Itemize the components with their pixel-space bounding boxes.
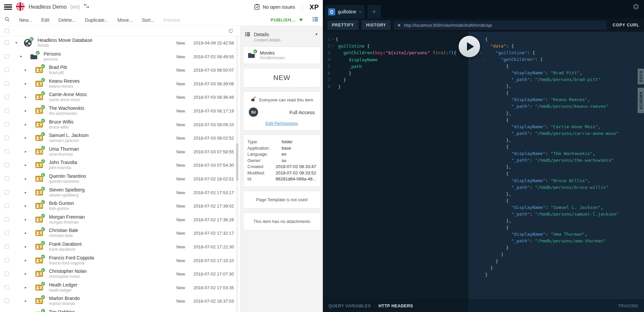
publish-dropdown-icon[interactable]: [299, 19, 303, 21]
tracing-tab[interactable]: TRACING: [618, 304, 638, 308]
row-checkbox[interactable]: [5, 176, 9, 181]
row-checkbox[interactable]: [5, 190, 9, 194]
details-collapse-icon[interactable]: ▼: [315, 32, 318, 36]
toolbar-item-edit[interactable]: Edit: [41, 17, 49, 23]
execute-query-button[interactable]: [459, 36, 480, 57]
toolbar-item-duplicate[interactable]: Duplicate...: [85, 17, 108, 23]
expand-arrow-icon[interactable]: ▸: [25, 231, 26, 235]
expand-arrow-icon[interactable]: ▸: [25, 177, 26, 181]
toolbar-item-delete[interactable]: Delete...: [58, 17, 76, 23]
tree-row[interactable]: ▸Morgan Freemanmorgan-freemanNew2018-07-…: [0, 213, 240, 227]
new-tab-button[interactable]: +: [367, 5, 381, 18]
row-checkbox[interactable]: [5, 258, 9, 262]
expand-arrow-icon[interactable]: ▸: [25, 95, 26, 99]
expand-arrow-icon[interactable]: ▸: [25, 82, 26, 86]
expand-arrow-icon[interactable]: ▸: [25, 245, 26, 249]
tree-row[interactable]: ▸Christopher Nolanchristopher-nolanNew20…: [0, 267, 240, 281]
row-checkbox[interactable]: [5, 299, 9, 303]
search-icon[interactable]: [4, 16, 10, 23]
row-checkbox[interactable]: [5, 122, 9, 127]
row-checkbox[interactable]: [5, 217, 9, 222]
expand-arrow-icon[interactable]: ▸: [25, 123, 26, 127]
row-checkbox[interactable]: [5, 41, 9, 45]
query-variables-tab[interactable]: QUERY VARIABLES: [329, 304, 371, 308]
selected-item-card[interactable]: Movies /hmdb/movies: [243, 47, 320, 64]
tree-row[interactable]: ▸Carrie-Anne Mosscarrie-anne-mossNew2018…: [0, 90, 240, 104]
tree-row[interactable]: ▸Uma Thurmanuma-thurmanNew2018-07-03 07:…: [0, 145, 240, 159]
row-checkbox[interactable]: [5, 68, 9, 72]
tree-row[interactable]: ▸Frank Darabontfrank-darabontNew2018-07-…: [0, 240, 240, 254]
docs-side-tab[interactable]: DOCS: [638, 69, 644, 84]
edit-permissions-link[interactable]: Edit Permissions: [247, 121, 316, 126]
expand-arrow-icon[interactable]: ▸: [25, 258, 26, 262]
row-checkbox[interactable]: [5, 95, 9, 99]
tree-row[interactable]: ▸Quentin Tarantinoquentin-tarantinoNew20…: [0, 172, 240, 186]
history-button[interactable]: HISTORY: [362, 20, 391, 30]
collapse-arrow-icon[interactable]: ▾: [20, 55, 22, 59]
tree-row[interactable]: ▸Francis Ford Coppolafrancis-ford-coppol…: [0, 254, 240, 267]
issues-clipboard-icon: [254, 3, 260, 11]
tree-row[interactable]: ▸The Wachowskisthe-wachowskisNew2018-07-…: [0, 104, 240, 118]
tree-row[interactable]: ▸John Travoltajohn-travoltaNew2018-07-03…: [0, 158, 240, 172]
row-checkbox[interactable]: [5, 285, 9, 290]
copy-curl-button[interactable]: COPY CURL: [610, 23, 639, 27]
tree-row[interactable]: ▸Bruce Willisbruce-willisNew2018-07-03 0…: [0, 118, 240, 132]
fold-arrow-icon[interactable]: ▾: [330, 44, 336, 48]
tree-row[interactable]: ▸Keanu Reeveskeanu-reevesNew2018-07-03 0…: [0, 77, 240, 91]
row-checkbox[interactable]: [5, 136, 9, 140]
fold-arrow-icon[interactable]: ▾: [475, 58, 485, 61]
tree-scrollbar[interactable]: [236, 36, 238, 312]
expand-arrow-icon[interactable]: ▸: [25, 272, 26, 276]
row-checkbox[interactable]: [5, 54, 9, 59]
expand-arrow-icon[interactable]: ▸: [25, 136, 26, 140]
expand-arrow-icon[interactable]: ▸: [25, 299, 26, 303]
tab-guillotine[interactable]: Q guillotine ×: [325, 5, 365, 18]
publish-button[interactable]: PUBLISH...: [271, 17, 303, 22]
row-checkbox[interactable]: [5, 271, 9, 276]
prettify-button[interactable]: PRETTIFY: [328, 20, 358, 30]
schema-side-tab[interactable]: SCHEMA: [638, 88, 644, 113]
toolbar-item-move[interactable]: Move...: [117, 17, 133, 23]
tree-row[interactable]: ▸Marlon Brandomarlon-brandoNew2018-07-02…: [0, 294, 240, 308]
tree-row[interactable]: ▾PersonspersonsNew2018-07-02 08:49:55: [0, 50, 240, 64]
select-all-checkbox[interactable]: [5, 29, 9, 33]
compare-arrows-icon[interactable]: [83, 3, 90, 11]
query-editor[interactable]: 1▾{2▾ guillotine {3 getChildren(key:"${s…: [323, 32, 468, 300]
tree-row[interactable]: ▸Christian Balechristian-baleNew2018-07-…: [0, 226, 240, 240]
tree-row[interactable]: ▸Brad Pittbrad-pittNew2018-07-03 08:50:0…: [0, 63, 240, 77]
row-checkbox[interactable]: [5, 108, 9, 113]
settings-gear-icon[interactable]: [632, 3, 640, 12]
close-tab-icon[interactable]: ×: [359, 9, 362, 14]
expand-arrow-icon[interactable]: ▸: [25, 218, 26, 222]
tree-scrollbar-thumb[interactable]: [236, 143, 238, 181]
row-checkbox[interactable]: [5, 149, 9, 154]
tree-row[interactable]: ▾Headless Movie Database/hmdbNew2019-04-…: [0, 36, 240, 50]
tree-row[interactable]: ▸Tim Robbins: [0, 308, 240, 312]
tree-row[interactable]: ▸Heath Ledgerheath-ledgerNew2018-07-02 1…: [0, 281, 240, 295]
endpoint-url-field[interactable]: http://localhost:8080/site/hmdb/draft/hm…: [394, 21, 607, 30]
row-checkbox[interactable]: [5, 163, 9, 167]
http-headers-tab[interactable]: HTTP HEADERS: [378, 304, 413, 308]
toolbar-item-new[interactable]: New...: [19, 17, 32, 23]
row-checkbox[interactable]: [5, 204, 9, 208]
row-checkbox[interactable]: [5, 244, 9, 249]
fold-arrow-icon[interactable]: ▾: [330, 37, 336, 41]
expand-arrow-icon[interactable]: ▸: [25, 190, 26, 194]
list-view-icon[interactable]: [312, 16, 318, 24]
row-checkbox[interactable]: [5, 81, 9, 86]
row-checkbox[interactable]: [5, 231, 9, 235]
expand-arrow-icon[interactable]: ▸: [25, 109, 26, 113]
expand-arrow-icon[interactable]: ▸: [25, 286, 26, 290]
refresh-icon[interactable]: [228, 28, 234, 35]
issues-widget[interactable]: No open issues: [254, 3, 295, 11]
tree-row[interactable]: ▸Samuel L. Jacksonsamuel-l.jacksonNew201…: [0, 131, 240, 145]
tree-row[interactable]: ▸Steven Spielbergsteven-spielbergNew2018…: [0, 186, 240, 200]
expand-arrow-icon[interactable]: ▸: [25, 150, 26, 154]
toolbar-item-sort[interactable]: Sort...: [142, 17, 154, 23]
tree-row[interactable]: ▸Bob Guntonbob-guntonNew2018-07-02 17:39…: [0, 199, 240, 213]
expand-arrow-icon[interactable]: ▸: [25, 68, 26, 72]
expand-arrow-icon[interactable]: ▸: [25, 204, 26, 208]
expand-arrow-icon[interactable]: ▸: [25, 163, 26, 167]
hamburger-menu-icon[interactable]: [4, 4, 12, 10]
collapse-arrow-icon[interactable]: ▾: [15, 41, 17, 45]
